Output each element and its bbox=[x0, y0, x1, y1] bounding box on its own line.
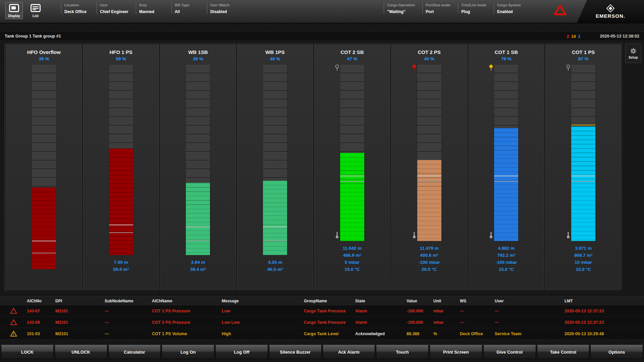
tank-level-percent[interactable]: 39 % bbox=[39, 56, 49, 61]
limit-mark bbox=[263, 227, 287, 227]
header-field-value: Chief Engineer bbox=[100, 9, 128, 14]
tank-gauge[interactable] bbox=[256, 64, 294, 255]
tank-panel-cot-2-sb: COT 2 SB47 %11.042 m466.9 m³0 mbar10.0 °… bbox=[314, 45, 390, 290]
action-button-touch[interactable]: Touch bbox=[376, 345, 429, 359]
alarm-cell-dpi: M2101 bbox=[55, 331, 105, 336]
header-field-port-sea-mode: Port/Sea modePort bbox=[422, 2, 454, 14]
tank-level-percent[interactable]: 79 % bbox=[501, 56, 512, 61]
action-button-take-control[interactable]: Take Control bbox=[537, 345, 590, 359]
gauge-fill bbox=[263, 181, 287, 255]
header-field-duty: DutyManned bbox=[136, 2, 168, 14]
tank-panel-hfo-1-ps: HFO 1 PS59 %7.90 m59.0 m³ bbox=[83, 45, 159, 290]
gauge-bar[interactable] bbox=[109, 64, 133, 255]
tank-name: HFO 1 PS bbox=[109, 49, 132, 55]
action-button-ack-alarm[interactable]: Ack Alarm bbox=[323, 345, 375, 359]
tank-level-percent[interactable]: 40 % bbox=[424, 56, 434, 61]
header-field-label: Cargo System bbox=[497, 3, 522, 7]
tank-readout-value: 466.9 m³ bbox=[343, 252, 362, 259]
gauge-bar[interactable] bbox=[263, 64, 287, 255]
gauge-bar[interactable] bbox=[32, 64, 56, 269]
app-root: DisplayList LocationDeck OfficeUserChief… bbox=[0, 0, 644, 362]
gauge-bar[interactable] bbox=[494, 64, 519, 241]
tank-readout-value: 11.042 m bbox=[343, 245, 362, 252]
tank-gauge[interactable] bbox=[178, 64, 217, 255]
header-field-cargo-system: Cargo SystemEnabled bbox=[494, 2, 526, 14]
tank-level-percent[interactable]: 59 % bbox=[116, 56, 126, 61]
alarm-row[interactable]: 143-08M2101---COT 2 PS PressureLow LowCa… bbox=[0, 317, 644, 328]
view-button-display[interactable]: Display bbox=[5, 2, 23, 19]
action-button-unlock[interactable]: UNLOCK bbox=[55, 345, 107, 359]
display-icon bbox=[9, 4, 19, 12]
limit-mark bbox=[32, 253, 56, 253]
alarm-header-alchname: AlChName bbox=[152, 299, 222, 303]
header-field-label: Cargo Operation bbox=[387, 3, 415, 7]
pressure-sensor-icon bbox=[412, 64, 417, 71]
alarm-table-header: AlChNoDPISubNodeNameAlChNameMessageGroup… bbox=[0, 297, 644, 305]
action-button-options[interactable]: Options bbox=[590, 345, 643, 359]
header-field-value: "Waiting" bbox=[387, 9, 415, 14]
alarm-warning-icon bbox=[10, 308, 17, 314]
header-field-user-watch: User WatchDisabled bbox=[207, 2, 239, 14]
gauge-bar[interactable] bbox=[417, 64, 442, 241]
alarm-cell-groupname: Cargo Tank Pressure bbox=[304, 309, 355, 313]
tank-gauge[interactable] bbox=[333, 64, 372, 241]
action-button-lock[interactable]: LOCK bbox=[1, 345, 54, 359]
view-button-list[interactable]: List bbox=[27, 2, 44, 19]
alarm-header-groupname: GroupName bbox=[304, 299, 355, 303]
pressure-sensor bbox=[412, 64, 417, 73]
setup-button[interactable]: Setup bbox=[625, 44, 641, 63]
limit-mark bbox=[494, 181, 518, 182]
alarm-row[interactable]: !101-03M2101---COT 1 PS VolumeHighCargo … bbox=[0, 328, 644, 340]
tank-level-percent[interactable]: 47 % bbox=[347, 56, 357, 61]
action-button-log-on[interactable]: Log On bbox=[162, 345, 214, 359]
limit-mark bbox=[109, 232, 133, 233]
limit-mark bbox=[340, 181, 364, 182]
tank-gauge[interactable] bbox=[24, 64, 63, 269]
view-button-label: Display bbox=[6, 14, 22, 18]
alarm-cell-alchname: COT 1 PS Volume bbox=[152, 331, 222, 336]
limit-mark bbox=[340, 176, 364, 176]
tank-readouts: 4.05 m40.5 m³ bbox=[267, 259, 283, 273]
tank-group-bar: Tank Group 1 Tank group #1 2161 2020-05-… bbox=[0, 32, 644, 41]
alarm-cell-groupname: Cargo Tank Pressure bbox=[304, 320, 355, 325]
tank-gauge[interactable] bbox=[102, 64, 141, 255]
alarm-cell-subnodename: --- bbox=[105, 320, 152, 325]
master-alarm-icon[interactable] bbox=[554, 5, 566, 17]
action-button-silence-buzzer[interactable]: Silence Buzzer bbox=[269, 345, 322, 359]
action-button-print-screen[interactable]: Print Screen bbox=[430, 345, 482, 359]
tank-level-percent[interactable]: 87 % bbox=[578, 56, 589, 61]
tank-gauge[interactable] bbox=[487, 64, 526, 241]
alarm-cell-value: -100.000 bbox=[407, 309, 433, 313]
tank-panel-cot-1-sb: COT 1 SB79 %4.882 m792.2 m³-100 mbar15.0… bbox=[468, 45, 545, 290]
tank-level-percent[interactable]: 40 % bbox=[270, 56, 280, 61]
alarm-triangle-icon bbox=[554, 5, 566, 15]
pressure-sensor-icon bbox=[566, 64, 571, 71]
action-button-log-off[interactable]: Log Off bbox=[215, 345, 268, 359]
header-field-value: Port bbox=[426, 9, 450, 14]
gauge-bar[interactable] bbox=[340, 64, 365, 241]
tank-readouts: 3.971 m868.7 m³10 mbar15.0 °C bbox=[574, 245, 592, 273]
view-button-label: List bbox=[28, 14, 43, 18]
tank-gauge[interactable] bbox=[410, 64, 449, 241]
action-button-give-control[interactable]: Give Control bbox=[483, 345, 536, 359]
thermometer-icon bbox=[413, 231, 416, 239]
alarm-cell-unit: % bbox=[433, 331, 460, 336]
action-button-calculator[interactable]: Calculator bbox=[108, 345, 161, 359]
gauge-bar[interactable] bbox=[571, 64, 596, 241]
header-field-label: User Watch bbox=[210, 3, 235, 7]
tank-level-percent[interactable]: 39 % bbox=[193, 56, 203, 61]
header-field-value: Deck Office bbox=[64, 9, 89, 14]
gauge-bar[interactable] bbox=[185, 64, 210, 255]
tank-panel-wb-1ps: WB 1PS40 %4.05 m40.5 m³ bbox=[237, 45, 313, 290]
alarm-header-user: User bbox=[495, 299, 565, 303]
tank-gauge[interactable] bbox=[564, 64, 603, 241]
alarm-header-state: State bbox=[355, 299, 407, 303]
limit-mark bbox=[263, 240, 287, 241]
alarm-row[interactable]: 143-07M2101---COT 2 PS PressureLowCargo … bbox=[0, 305, 644, 317]
alarm-count: 16 bbox=[571, 34, 576, 39]
top-header: DisplayList LocationDeck OfficeUserChief… bbox=[0, 0, 644, 23]
limit-mark bbox=[109, 225, 133, 225]
header-status-fields-right: Cargo Operation"Waiting"Port/Sea modePor… bbox=[384, 2, 529, 14]
alarm-header-subnodename: SubNodeName bbox=[105, 299, 152, 303]
tank-readout-value: 0 mbar bbox=[343, 259, 362, 266]
